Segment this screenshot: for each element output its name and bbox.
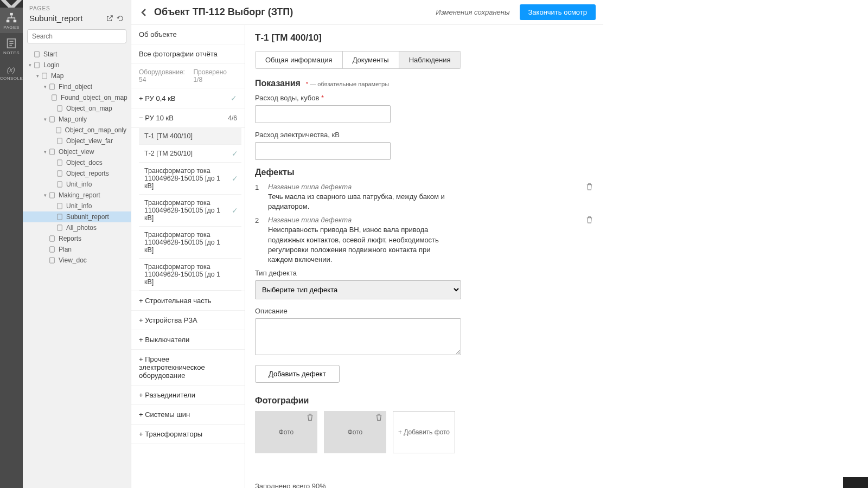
reading-input[interactable]	[255, 142, 391, 160]
page-icon	[49, 235, 55, 242]
count-badge: 4/6	[228, 114, 237, 122]
caret-icon[interactable]: ▾	[42, 117, 48, 122]
page-title: Объект ТП-112 Выборг (ЗТП)	[154, 7, 430, 18]
tab-documents[interactable]: Документы	[343, 52, 399, 68]
photo-tile[interactable]: Фото	[255, 411, 317, 453]
trash-icon[interactable]	[585, 216, 593, 224]
nav-subitem[interactable]: Трансформатор тока 110049628-150105 [до …	[139, 259, 241, 291]
tree-item[interactable]: Object_docs	[23, 157, 131, 168]
tab-general[interactable]: Общая информация	[256, 52, 343, 68]
tree-item[interactable]: ▾Map	[23, 70, 131, 81]
trash-icon[interactable]	[306, 413, 314, 421]
tree-item[interactable]: Unit_info	[23, 179, 131, 190]
caret-icon[interactable]: ▾	[42, 149, 48, 155]
tree-item-label: Object_view_far	[66, 137, 113, 145]
tree-item[interactable]: View_doc	[23, 255, 131, 266]
tree-item[interactable]: ▾Object_view	[23, 146, 131, 157]
filled-percent: Заполнено всего 90%	[255, 481, 363, 488]
page-icon	[56, 105, 63, 112]
nav-group[interactable]: + Выключатели	[131, 330, 245, 350]
rail-notes[interactable]: NOTES	[0, 33, 23, 59]
refresh-icon[interactable]	[117, 15, 124, 22]
tree-item[interactable]: All_photos	[23, 222, 131, 233]
tree-item[interactable]: Found_object_on_map	[23, 92, 131, 103]
defect-description: Неисправность привода ВН, износ вала при…	[268, 225, 452, 265]
page-icon	[56, 138, 63, 144]
tree-item[interactable]: ▾Making_report	[23, 190, 131, 201]
nav-group[interactable]: + РУ 0,4 кВ✓	[131, 88, 245, 108]
defect-number: 1	[255, 183, 261, 191]
nav-subitem[interactable]: Трансформатор тока 110049628-150105 [до …	[139, 227, 241, 259]
photo-tile[interactable]: Фото	[324, 411, 386, 453]
add-defect-button[interactable]: Добавить дефект	[255, 365, 340, 383]
tree-item[interactable]: Object_on_map_only	[23, 125, 131, 136]
nav-all-photos[interactable]: Все фотографии отчёта	[131, 44, 245, 64]
trash-icon[interactable]	[585, 183, 593, 191]
share-icon[interactable]	[106, 15, 113, 22]
trash-icon[interactable]	[375, 413, 383, 421]
variable-icon: (x)	[5, 63, 17, 75]
defect-type-select[interactable]: Выберите тип дефекта	[255, 280, 461, 299]
check-icon: ✓	[232, 174, 238, 183]
nav-group[interactable]: + Строительная часть	[131, 291, 245, 311]
rail-pages[interactable]: PAGES	[0, 8, 23, 33]
svg-rect-11	[50, 84, 55, 89]
svg-rect-8	[35, 52, 40, 57]
design-frame: Объект ТП-112 Выборг (ЗТП) Изменения сох…	[131, 0, 603, 488]
field-label: Расход электричества, кВ	[255, 131, 593, 139]
tree-item[interactable]: Object_reports	[23, 168, 131, 179]
tree-item[interactable]: Unit_info	[23, 201, 131, 211]
nav-group[interactable]: + Прочее электротехническое оборудование	[131, 350, 245, 386]
tree-item[interactable]: Reports	[23, 233, 131, 244]
tree-item-label: All_photos	[66, 224, 97, 232]
nav-subitem[interactable]: Т-2 [ТМ 250/10]✓	[139, 145, 241, 163]
svg-rect-20	[58, 182, 62, 187]
back-button[interactable]	[139, 8, 149, 17]
nav-subitem[interactable]: Трансформатор тока 110049628-150105 [до …	[139, 163, 241, 195]
tree-item[interactable]: ▾Login	[23, 60, 131, 70]
svg-rect-21	[50, 192, 55, 198]
detail-panel: Т-1 [ТМ 400/10] Общая информация Докумен…	[245, 25, 603, 488]
canvas[interactable]: Объект ТП-112 Выборг (ЗТП) Изменения сох…	[131, 0, 868, 488]
saved-status: Изменения сохранены	[436, 8, 509, 16]
tree-item[interactable]: Plan	[23, 244, 131, 255]
tree-item[interactable]: Object_view_far	[23, 136, 131, 146]
tree-item[interactable]: Start	[23, 49, 131, 60]
nav-group[interactable]: + Разъединители	[131, 386, 245, 405]
defect-number: 2	[255, 216, 261, 224]
rail-console[interactable]: (x) CONSOLE	[0, 59, 23, 84]
caret-icon[interactable]: ▾	[42, 192, 48, 198]
nav-subitem[interactable]: Трансформатор тока 110049628-150105 [до …	[139, 195, 241, 227]
bottom-right-pill[interactable]	[843, 477, 868, 488]
reading-input[interactable]	[255, 105, 391, 123]
nav-subitem[interactable]: Т-1 [ТМ 400/10]	[139, 128, 241, 145]
tree-item-label: Unit_info	[66, 202, 92, 210]
tree-item[interactable]: Subunit_report	[23, 211, 131, 222]
tab-observations[interactable]: Наблюдения	[399, 52, 461, 68]
defect-type-name: Название типа дефекта	[268, 183, 579, 191]
defect-desc-textarea[interactable]	[255, 318, 461, 355]
svg-rect-1	[7, 20, 10, 23]
rail-collapse-icon[interactable]	[0, 0, 23, 8]
defects-heading: Дефекты	[255, 168, 593, 177]
add-photo-button[interactable]: + Добавить фото	[393, 411, 455, 453]
caret-icon[interactable]: ▾	[35, 73, 40, 79]
nav-group[interactable]: + Системы шин	[131, 405, 245, 425]
nav-about[interactable]: Об объекте	[131, 25, 245, 44]
tree-item[interactable]: ▾Find_object	[23, 81, 131, 92]
nav-group[interactable]: + Трансформаторы	[131, 425, 245, 444]
tree-item[interactable]: ▾Map_only	[23, 114, 131, 125]
caret-icon[interactable]: ▾	[27, 62, 33, 68]
nav-meta: Оборудование: 54 Проверено 1/8	[131, 64, 245, 88]
search-input[interactable]	[27, 29, 126, 43]
caret-icon[interactable]: ▾	[42, 84, 48, 89]
tree-item[interactable]: Object_on_map	[23, 103, 131, 114]
finish-inspection-button[interactable]: Закончить осмотр	[520, 4, 596, 20]
page-icon	[34, 51, 40, 57]
defect-desc-label: Описание	[255, 307, 593, 315]
nav-group[interactable]: + Устройства РЗА	[131, 311, 245, 330]
nav-group[interactable]: − РУ 10 кВ4/6	[131, 108, 245, 128]
photos-heading: Фотографии	[255, 396, 593, 406]
page-icon	[49, 84, 55, 90]
pages-panel: PAGES Subunit_report Start▾Login▾Map▾Fin…	[23, 0, 131, 488]
